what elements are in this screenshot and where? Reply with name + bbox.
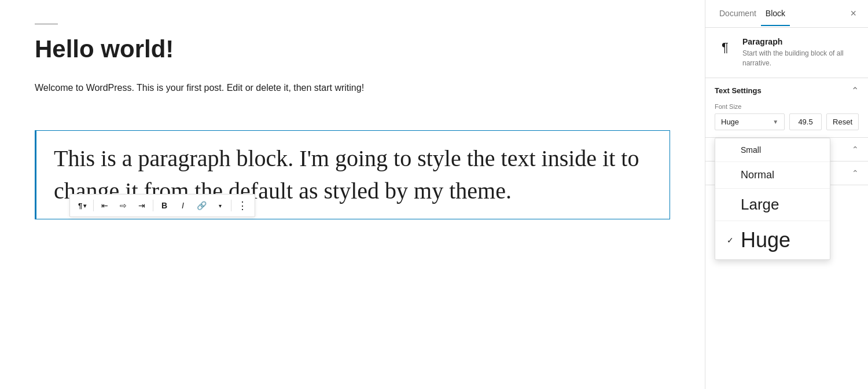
sidebar-tabs: Document Block × — [705, 0, 868, 28]
advanced-arrow: ⌃ — [852, 168, 859, 178]
small-label: Small — [741, 145, 761, 155]
block-description: Start with the building block of all nar… — [742, 49, 859, 68]
align-left-button[interactable]: ⇤ — [96, 197, 113, 214]
dropdown-item-normal[interactable]: Normal — [715, 162, 830, 189]
paragraph-type-button[interactable]: ¶ ▾ — [73, 197, 91, 214]
block-name: Paragraph — [742, 37, 859, 46]
color-settings-arrow: ⌃ — [852, 145, 859, 154]
sidebar: Document Block × ¶ Paragraph Start with … — [705, 0, 868, 389]
huge-label: Huge — [741, 228, 790, 252]
bold-icon: B — [161, 201, 167, 210]
post-title[interactable]: Hello world! — [35, 35, 670, 63]
align-right-button[interactable]: ⇥ — [133, 197, 150, 214]
text-settings-section: Text Settings ⌃ Font Size Huge ▼ Small — [705, 78, 868, 138]
block-toolbar: ¶ ▾ ⇤ ⇨ ⇥ B I 🔗 ▾ — [69, 194, 255, 217]
tab-document[interactable]: Document — [715, 2, 761, 26]
font-size-label: Font Size — [715, 103, 859, 110]
text-settings-title: Text Settings — [715, 86, 762, 95]
title-divider — [35, 23, 58, 25]
dropdown-item-small[interactable]: Small — [715, 138, 830, 162]
text-settings-toggle[interactable]: ⌃ — [851, 85, 859, 96]
link-arrow-icon: ▾ — [219, 203, 222, 209]
link-button[interactable]: 🔗 — [193, 197, 210, 214]
block-info-text: Paragraph Start with the building block … — [742, 37, 859, 68]
more-options-button[interactable]: ⋮ — [234, 197, 251, 214]
sidebar-close-button[interactable]: × — [848, 5, 859, 22]
tab-block[interactable]: Block — [761, 2, 790, 26]
editor-area: Hello world! Welcome to WordPress. This … — [0, 0, 705, 389]
toolbar-divider-3 — [231, 200, 231, 211]
font-size-dropdown-menu: Small Normal Large ✓ Huge — [715, 138, 830, 260]
block-info: ¶ Paragraph Start with the building bloc… — [705, 28, 868, 78]
more-options-icon: ⋮ — [237, 199, 248, 212]
align-center-button[interactable]: ⇨ — [115, 197, 132, 214]
font-size-select-arrow: ▼ — [773, 119, 778, 125]
block-type-icon: ¶ — [715, 37, 735, 58]
font-size-select[interactable]: Huge ▼ — [715, 113, 785, 130]
font-size-dropdown-container: Huge ▼ Small Normal — [715, 113, 785, 130]
italic-button[interactable]: I — [174, 197, 192, 214]
toolbar-divider-1 — [93, 200, 94, 211]
dropdown-item-huge[interactable]: ✓ Huge — [715, 221, 830, 259]
bold-button[interactable]: B — [156, 197, 173, 214]
dropdown-item-large[interactable]: Large — [715, 189, 830, 221]
align-center-icon: ⇨ — [120, 201, 127, 210]
welcome-line-container: Welcome to WordPress. This is your first… — [35, 80, 670, 96]
link-icon: 🔗 — [197, 201, 207, 210]
paragraph-arrow: ▾ — [83, 203, 86, 209]
text-settings-header: Text Settings ⌃ — [715, 85, 859, 96]
paragraph-icon: ¶ — [78, 201, 82, 210]
align-right-icon: ⇥ — [138, 201, 145, 210]
welcome-text: Welcome to WordPress. This is your first… — [35, 80, 670, 96]
toolbar-divider-2 — [153, 200, 153, 211]
align-left-icon: ⇤ — [101, 201, 108, 210]
font-size-input[interactable] — [789, 113, 822, 130]
italic-icon: I — [182, 201, 184, 210]
reset-button[interactable]: Reset — [826, 113, 859, 130]
font-size-controls: Huge ▼ Small Normal — [715, 113, 859, 130]
font-size-select-text: Huge — [721, 118, 739, 126]
normal-label: Normal — [741, 169, 774, 181]
link-arrow-button[interactable]: ▾ — [211, 197, 229, 214]
large-label: Large — [741, 196, 779, 214]
huge-checkmark: ✓ — [727, 236, 736, 245]
